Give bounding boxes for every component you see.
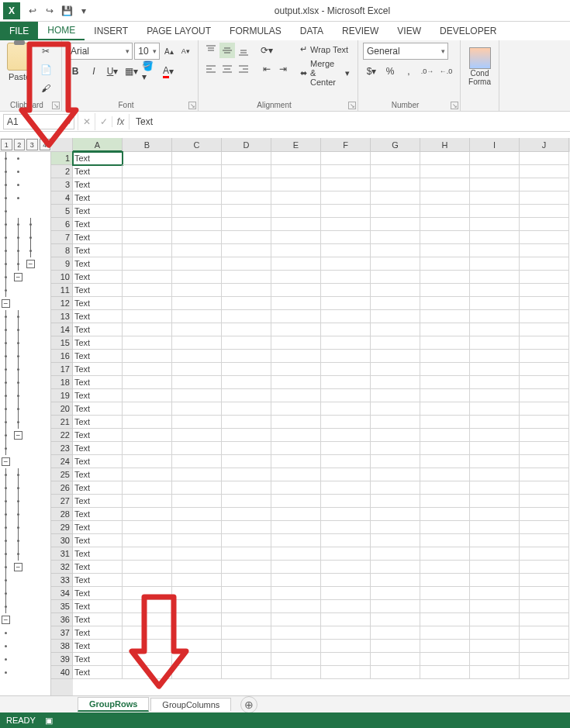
cell[interactable]: [470, 271, 520, 284]
font-size-combo[interactable]: 10: [134, 43, 160, 60]
cell[interactable]: [172, 376, 222, 389]
cell[interactable]: Text: [73, 429, 123, 442]
cell[interactable]: [520, 191, 569, 205]
cell[interactable]: [222, 178, 271, 191]
cell[interactable]: [470, 442, 520, 455]
cell[interactable]: [271, 613, 321, 626]
wrap-text-button[interactable]: ↵Wrap Text: [297, 43, 353, 56]
cell[interactable]: [271, 442, 321, 455]
cell[interactable]: [470, 376, 520, 389]
cell[interactable]: [420, 534, 470, 547]
outline-level-2[interactable]: 2: [14, 139, 26, 150]
row-header[interactable]: 20: [51, 402, 73, 416]
cell[interactable]: [123, 350, 172, 363]
cell[interactable]: [172, 587, 222, 600]
cell[interactable]: [271, 284, 321, 297]
cell[interactable]: [222, 653, 271, 666]
cell[interactable]: [321, 587, 371, 600]
cell[interactable]: [520, 271, 569, 284]
cell[interactable]: [123, 600, 172, 613]
decrease-indent-icon[interactable]: ⇤: [259, 61, 275, 77]
cell[interactable]: [371, 336, 420, 350]
cell[interactable]: [321, 613, 371, 626]
outline-collapse-button[interactable]: −: [2, 616, 10, 624]
cell[interactable]: Text: [73, 323, 123, 336]
cell[interactable]: [520, 508, 569, 521]
cell[interactable]: Text: [73, 547, 123, 561]
cell[interactable]: [520, 626, 569, 640]
cell[interactable]: [470, 178, 520, 191]
cell[interactable]: [321, 481, 371, 495]
cell[interactable]: [420, 389, 470, 402]
cell[interactable]: [470, 640, 520, 653]
row-header[interactable]: 21: [51, 416, 73, 429]
ribbon-tab-view[interactable]: VIEW: [388, 22, 430, 40]
cell[interactable]: [271, 561, 321, 574]
cell[interactable]: [172, 442, 222, 455]
cell[interactable]: [172, 613, 222, 626]
cell[interactable]: [222, 244, 271, 257]
cell[interactable]: [222, 152, 271, 165]
cell[interactable]: [371, 271, 420, 284]
cell[interactable]: [172, 218, 222, 231]
comma-format-icon[interactable]: ,: [400, 63, 417, 80]
outline-collapse-button[interactable]: −: [26, 260, 35, 268]
redo-icon[interactable]: ↪: [42, 3, 57, 19]
cell[interactable]: [470, 653, 520, 666]
cell[interactable]: [123, 534, 172, 547]
cell[interactable]: [371, 666, 420, 679]
undo-icon[interactable]: ↩: [25, 3, 40, 19]
column-header-E[interactable]: E: [271, 138, 321, 152]
cell[interactable]: [271, 336, 321, 350]
cell[interactable]: [271, 626, 321, 640]
cell[interactable]: Text: [73, 455, 123, 468]
cell[interactable]: [371, 152, 420, 165]
cell[interactable]: [172, 152, 222, 165]
cell[interactable]: [371, 165, 420, 178]
row-header[interactable]: 31: [51, 547, 73, 561]
cell[interactable]: [470, 468, 520, 481]
cell[interactable]: [420, 350, 470, 363]
cell[interactable]: [420, 521, 470, 534]
cell[interactable]: [222, 574, 271, 587]
cell[interactable]: [520, 666, 569, 679]
cell[interactable]: [271, 402, 321, 416]
cell[interactable]: [420, 574, 470, 587]
cell[interactable]: [371, 416, 420, 429]
qat-dropdown-icon[interactable]: ▾: [76, 3, 92, 19]
cell[interactable]: [470, 666, 520, 679]
clipboard-dialog-icon[interactable]: ↘: [52, 102, 60, 109]
cell[interactable]: [222, 350, 271, 363]
cell[interactable]: [420, 218, 470, 231]
name-box[interactable]: A1: [3, 114, 74, 129]
row-header[interactable]: 32: [51, 561, 73, 574]
cell[interactable]: [470, 231, 520, 244]
cell[interactable]: [470, 310, 520, 323]
cell[interactable]: [520, 416, 569, 429]
cell[interactable]: [172, 600, 222, 613]
macro-record-icon[interactable]: ▣: [45, 716, 53, 726]
cell[interactable]: [371, 574, 420, 587]
cell[interactable]: [271, 310, 321, 323]
row-header[interactable]: 16: [51, 350, 73, 363]
fill-color-button[interactable]: 🪣▾: [141, 63, 158, 80]
row-header[interactable]: 18: [51, 376, 73, 389]
cell[interactable]: [470, 284, 520, 297]
cell[interactable]: [371, 323, 420, 336]
cell[interactable]: [271, 178, 321, 191]
cell[interactable]: [222, 534, 271, 547]
cell[interactable]: [371, 429, 420, 442]
cell[interactable]: [420, 297, 470, 310]
cell[interactable]: Text: [73, 191, 123, 205]
cell[interactable]: [321, 244, 371, 257]
cell[interactable]: [371, 481, 420, 495]
cell[interactable]: [222, 284, 271, 297]
cell[interactable]: [321, 178, 371, 191]
ribbon-tab-data[interactable]: DATA: [291, 22, 333, 40]
cell[interactable]: [222, 666, 271, 679]
cell[interactable]: [321, 350, 371, 363]
row-header[interactable]: 22: [51, 429, 73, 442]
cell[interactable]: [271, 429, 321, 442]
cell[interactable]: [470, 574, 520, 587]
cell[interactable]: [172, 534, 222, 547]
